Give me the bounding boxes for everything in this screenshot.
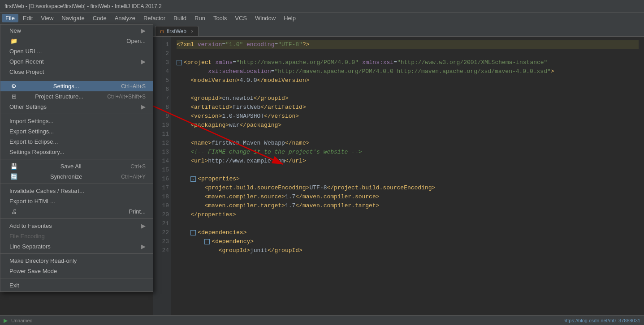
code-line-13: <!-- FIXME change it to the project's we… <box>177 148 639 157</box>
code-line-24: <groupId>junit</groupId> <box>177 246 639 255</box>
menu-section-4: 💾 Save All Ctrl+S 🔄 Synchronize Ctrl+Alt… <box>0 160 153 183</box>
menu-settings-repository[interactable]: Settings Repository... <box>0 147 153 157</box>
menu-run[interactable]: Run <box>191 14 209 22</box>
code-line-8: <artifactId>firstWeb</artifactId> <box>177 103 639 112</box>
fold-marker-22[interactable]: - <box>190 230 196 235</box>
code-line-21 <box>177 219 639 228</box>
menu-power-save-label: Power Save Mode <box>9 268 57 274</box>
menu-other-settings[interactable]: Other Settings ▶ <box>0 102 153 112</box>
status-left: ▶ Unnamed <box>4 317 33 324</box>
divider-3 <box>0 159 153 159</box>
menu-export-html-label: Export to HTML... <box>9 198 55 205</box>
menu-tools[interactable]: Tools <box>210 14 230 22</box>
code-content[interactable]: <?xml version="1.0" encoding="UTF-8"?> -… <box>171 37 644 315</box>
menu-analyze[interactable]: Analyze <box>111 14 139 22</box>
menu-section-5: Invalidate Caches / Restart... Export to… <box>0 185 153 218</box>
menu-export-html[interactable]: Export to HTML... <box>0 196 153 206</box>
save-icon: 💾 <box>9 163 18 170</box>
menu-settings[interactable]: ⚙ Settings... Ctrl+Alt+S <box>0 81 153 91</box>
menu-exit-label: Exit <box>9 282 19 289</box>
folder-icon: 📁 <box>9 38 18 44</box>
code-line-15 <box>177 166 639 175</box>
menu-line-separators[interactable]: Line Separators ▶ <box>0 241 153 252</box>
menu-file[interactable]: File <box>2 14 18 22</box>
divider-1 <box>0 79 153 79</box>
code-line-23: -<dependency> <box>177 237 639 246</box>
menu-synchronize[interactable]: 🔄 Synchronize Ctrl+Alt+Y <box>0 171 153 182</box>
menu-export-eclipse[interactable]: Export to Eclipse... <box>0 137 153 147</box>
code-line-20: </properties> <box>177 210 639 219</box>
menu-import-settings[interactable]: Import Settings... <box>0 116 153 126</box>
menu-vcs[interactable]: VCS <box>231 14 251 22</box>
structure-icon: ⊞ <box>9 93 18 100</box>
status-bar: ▶ Unnamed https://blog.csdn.net/m0_37888… <box>0 315 644 325</box>
menu-add-favorites-arrow: ▶ <box>141 222 146 229</box>
menu-line-separators-arrow: ▶ <box>141 243 146 250</box>
menu-close-project[interactable]: Close Project <box>0 67 153 77</box>
menu-view[interactable]: View <box>37 14 57 22</box>
menu-save-all[interactable]: 💾 Save All Ctrl+S <box>0 161 153 171</box>
menu-edit[interactable]: Edit <box>19 14 36 22</box>
editor-area: m firstWeb × 1 2 3 4 5 6 7 8 9 10 11 12 … <box>153 24 644 315</box>
tab-close-button[interactable]: × <box>191 29 194 34</box>
menu-line-separators-label: Line Separators <box>9 243 51 250</box>
code-line-6 <box>177 85 639 94</box>
menu-navigate[interactable]: Navigate <box>58 14 88 22</box>
menu-file-encoding: File Encoding <box>0 231 153 241</box>
file-dropdown-menu: New ▶ 📁 Open... Open URL... Open Recent … <box>0 24 153 292</box>
status-run-label: Unnamed <box>11 318 33 323</box>
menu-power-save[interactable]: Power Save Mode <box>0 266 153 276</box>
sync-icon: 🔄 <box>9 173 18 180</box>
menu-new[interactable]: New ▶ <box>0 26 153 36</box>
menu-open-url-label: Open URL... <box>9 48 42 55</box>
code-line-19: <maven.compiler.target>1.7</maven.compil… <box>177 201 639 210</box>
divider-6 <box>0 253 153 254</box>
tab-label: firstWeb <box>167 28 186 34</box>
menu-close-project-label: Close Project <box>9 68 44 75</box>
divider-7 <box>0 278 153 278</box>
divider-2 <box>0 114 153 114</box>
divider-4 <box>0 184 153 184</box>
print-icon: 🖨 <box>9 208 18 215</box>
editor-tab-firstweb[interactable]: m firstWeb × <box>155 26 199 36</box>
menu-window[interactable]: Window <box>251 14 279 22</box>
menu-invalidate-caches[interactable]: Invalidate Caches / Restart... <box>0 186 153 196</box>
settings-icon: ⚙ <box>9 83 18 90</box>
menu-section-2: ⚙ Settings... Ctrl+Alt+S ⊞ Project Struc… <box>0 80 153 113</box>
menu-other-settings-arrow: ▶ <box>141 103 146 110</box>
title-text: firstWeb - [D:\workspace\firstWeb] - fir… <box>4 3 162 9</box>
menu-section-3: Import Settings... Export Settings... Ex… <box>0 115 153 158</box>
menu-section-8: Exit <box>0 279 153 291</box>
menu-settings-shortcut: Ctrl+Alt+S <box>121 83 146 90</box>
menu-invalidate-caches-label: Invalidate Caches / Restart... <box>9 188 84 194</box>
tab-icon: m <box>160 29 164 34</box>
menu-add-favorites[interactable]: Add to Favorites ▶ <box>0 221 153 231</box>
code-line-1: <?xml version="1.0" encoding="UTF-8"?> <box>177 40 639 49</box>
menu-open-url[interactable]: Open URL... <box>0 46 153 56</box>
code-line-3: -<project xmlns="http://maven.apache.org… <box>177 58 639 67</box>
fold-marker-16[interactable]: - <box>190 176 196 182</box>
menu-exit[interactable]: Exit <box>0 280 153 291</box>
menu-synchronize-label: Synchronize <box>50 173 82 180</box>
menu-help[interactable]: Help <box>280 14 299 22</box>
fold-marker-3[interactable]: - <box>177 60 182 65</box>
status-right: https://blog.csdn.net/m0_37888031 <box>563 318 640 323</box>
menu-print[interactable]: 🖨 Print... <box>0 206 153 217</box>
code-line-9: <version>1.0-SNAPSHOT</version> <box>177 112 639 121</box>
menu-project-structure[interactable]: ⊞ Project Structure... Ctrl+Alt+Shift+S <box>0 91 153 102</box>
menu-make-readonly[interactable]: Make Directory Read-only <box>0 256 153 266</box>
menu-open-recent-label: Open Recent <box>9 58 44 65</box>
code-line-17: <project.build.sourceEncoding>UTF-8</pro… <box>177 184 639 192</box>
menu-code[interactable]: Code <box>89 14 110 22</box>
menu-save-all-shortcut: Ctrl+S <box>130 163 146 170</box>
code-line-10: <packaging>war</packaging> <box>177 121 639 130</box>
menu-build[interactable]: Build <box>170 14 190 22</box>
menu-make-readonly-label: Make Directory Read-only <box>9 257 77 264</box>
menu-section-7: Make Directory Read-only Power Save Mode <box>0 255 153 277</box>
code-editor[interactable]: 1 2 3 4 5 6 7 8 9 10 11 12 13 14 15 16 1… <box>153 37 644 315</box>
fold-marker-23[interactable]: - <box>204 239 210 244</box>
menu-open[interactable]: 📁 Open... <box>0 36 153 46</box>
menu-open-recent[interactable]: Open Recent ▶ <box>0 56 153 67</box>
menu-refactor[interactable]: Refactor <box>140 14 169 22</box>
menu-export-settings[interactable]: Export Settings... <box>0 126 153 137</box>
